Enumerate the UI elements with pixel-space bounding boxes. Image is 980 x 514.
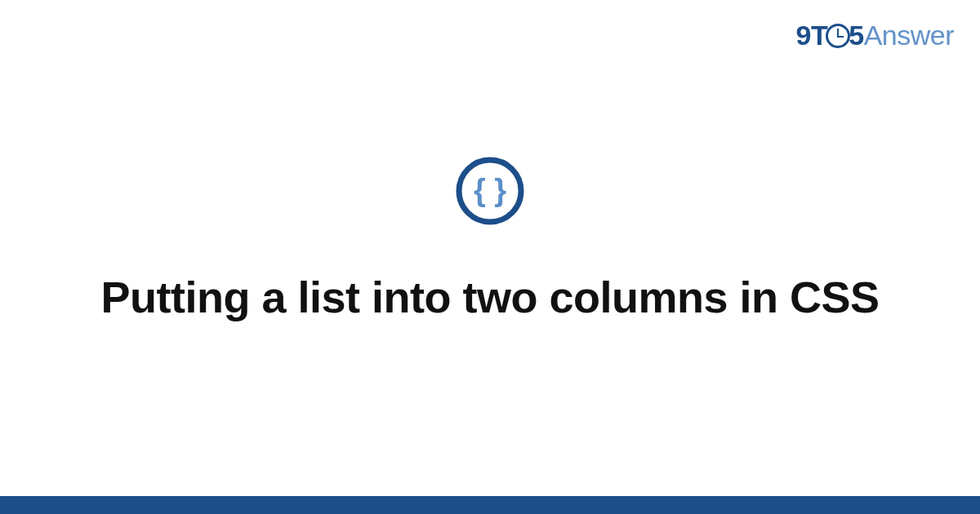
topic-badge: { } — [456, 157, 524, 225]
page-title: Putting a list into two columns in CSS — [101, 271, 880, 325]
svg-text:{ }: { } — [474, 173, 506, 207]
main-content: { } Putting a list into two columns in C… — [0, 0, 980, 514]
footer-accent-bar — [0, 496, 980, 514]
css-braces-icon: { } — [456, 157, 524, 225]
